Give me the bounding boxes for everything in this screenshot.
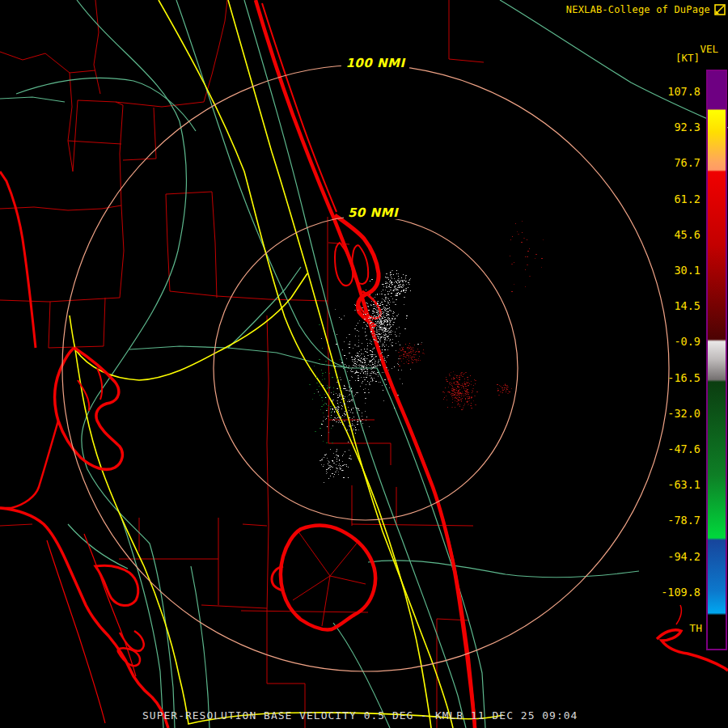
legend-threshold-label: TH: [689, 622, 702, 634]
charlotte-harbor: [95, 565, 138, 605]
colorbar-tick: 92.3: [674, 121, 700, 133]
florida-radar-map: [0, 0, 728, 728]
radar-site-marker: [373, 366, 375, 368]
product-caption: SUPER-RESOLUTION BASE VELOCITY 0.5 DEG -…: [142, 709, 578, 722]
cape-canaveral: [335, 215, 379, 327]
colorbar-tick: 14.5: [674, 299, 700, 312]
radar-display: 100 NMI 50 NMI NEXLAB-College of DuPage …: [0, 0, 728, 728]
colorbar-tick: 45.6: [674, 228, 700, 241]
colorbar-tick: 107.8: [667, 85, 700, 98]
colorbar-tick: 76.7: [674, 156, 700, 169]
colorbar-tick: -0.9: [674, 335, 700, 348]
velocity-colorbar: [706, 70, 727, 650]
colorbar-tick: -109.8: [661, 586, 700, 599]
cod-logo-icon: [714, 4, 726, 15]
legend-title: VEL: [700, 43, 718, 55]
colorbar-tick: 61.2: [674, 193, 700, 205]
legend-units: [KT]: [675, 52, 700, 64]
range-ring-label-100nmi: 100 NMI: [341, 57, 409, 70]
barrier-island-north: [262, 3, 336, 212]
secondary-roads-teal: [0, 0, 728, 728]
attribution: NEXLAB-College of DuPage: [566, 4, 726, 15]
colorbar-tick: -47.6: [667, 442, 700, 455]
colorbar-tick: -94.2: [667, 550, 700, 563]
colorbar-tick: 30.1: [674, 264, 700, 277]
coastline-and-lakes: [0, 0, 728, 728]
colorbar-tick: -63.1: [667, 478, 700, 491]
colorbar-tick: -16.5: [667, 371, 700, 384]
attribution-text: NEXLAB-College of DuPage: [566, 4, 710, 15]
colorbar-tick: -32.0: [667, 407, 700, 420]
range-ring-label-50nmi: 50 NMI: [344, 206, 402, 219]
colorbar-tick: -78.7: [667, 514, 700, 527]
